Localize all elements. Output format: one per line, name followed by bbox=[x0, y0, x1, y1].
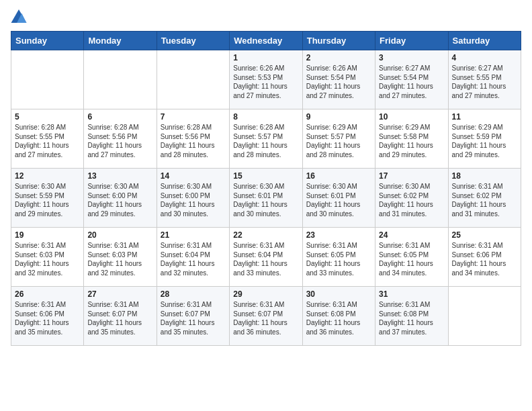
calendar-cell: 15Sunrise: 6:30 AM Sunset: 6:01 PM Dayli… bbox=[230, 169, 302, 228]
calendar-cell: 21Sunrise: 6:31 AM Sunset: 6:04 PM Dayli… bbox=[157, 228, 229, 287]
calendar-cell: 29Sunrise: 6:31 AM Sunset: 6:07 PM Dayli… bbox=[230, 287, 302, 346]
calendar-cell: 3Sunrise: 6:27 AM Sunset: 5:54 PM Daylig… bbox=[375, 50, 448, 109]
weekday-header-saturday: Saturday bbox=[448, 32, 521, 50]
day-number: 2 bbox=[306, 53, 371, 62]
day-number: 1 bbox=[233, 53, 298, 62]
calendar-cell: 16Sunrise: 6:30 AM Sunset: 6:01 PM Dayli… bbox=[302, 169, 375, 228]
day-info: Sunrise: 6:31 AM Sunset: 6:03 PM Dayligh… bbox=[15, 241, 80, 277]
day-info: Sunrise: 6:31 AM Sunset: 6:05 PM Dayligh… bbox=[379, 241, 444, 277]
day-info: Sunrise: 6:28 AM Sunset: 5:56 PM Dayligh… bbox=[87, 123, 152, 159]
weekday-header-thursday: Thursday bbox=[302, 32, 375, 50]
day-info: Sunrise: 6:28 AM Sunset: 5:55 PM Dayligh… bbox=[15, 123, 80, 159]
day-info: Sunrise: 6:31 AM Sunset: 6:07 PM Dayligh… bbox=[233, 300, 298, 336]
day-number: 7 bbox=[161, 112, 226, 122]
day-number: 24 bbox=[379, 230, 444, 240]
logo bbox=[11, 11, 30, 24]
calendar-cell: 2Sunrise: 6:26 AM Sunset: 5:54 PM Daylig… bbox=[302, 50, 375, 109]
day-number: 6 bbox=[87, 112, 152, 122]
calendar-cell: 1Sunrise: 6:26 AM Sunset: 5:53 PM Daylig… bbox=[230, 50, 302, 109]
day-number: 19 bbox=[15, 230, 80, 240]
day-number: 16 bbox=[306, 171, 371, 181]
calendar-header: SundayMondayTuesdayWednesdayThursdayFrid… bbox=[11, 32, 521, 50]
page-header bbox=[11, 11, 521, 24]
weekday-header-monday: Monday bbox=[84, 32, 157, 50]
calendar-cell: 20Sunrise: 6:31 AM Sunset: 6:03 PM Dayli… bbox=[84, 228, 157, 287]
day-number: 31 bbox=[379, 289, 444, 299]
day-info: Sunrise: 6:29 AM Sunset: 5:59 PM Dayligh… bbox=[452, 123, 517, 159]
calendar-cell: 11Sunrise: 6:29 AM Sunset: 5:59 PM Dayli… bbox=[448, 109, 521, 169]
day-info: Sunrise: 6:31 AM Sunset: 6:06 PM Dayligh… bbox=[15, 300, 80, 336]
calendar-cell bbox=[84, 50, 157, 109]
calendar-cell: 10Sunrise: 6:29 AM Sunset: 5:58 PM Dayli… bbox=[375, 109, 448, 169]
day-info: Sunrise: 6:30 AM Sunset: 6:00 PM Dayligh… bbox=[161, 182, 226, 218]
day-info: Sunrise: 6:30 AM Sunset: 6:01 PM Dayligh… bbox=[306, 182, 371, 218]
day-info: Sunrise: 6:31 AM Sunset: 6:04 PM Dayligh… bbox=[233, 241, 298, 277]
calendar-cell: 5Sunrise: 6:28 AM Sunset: 5:55 PM Daylig… bbox=[11, 109, 84, 169]
calendar-cell bbox=[157, 50, 229, 109]
day-info: Sunrise: 6:26 AM Sunset: 5:54 PM Dayligh… bbox=[306, 64, 371, 100]
day-info: Sunrise: 6:30 AM Sunset: 6:00 PM Dayligh… bbox=[87, 182, 152, 218]
calendar-cell: 22Sunrise: 6:31 AM Sunset: 6:04 PM Dayli… bbox=[230, 228, 302, 287]
day-number: 5 bbox=[15, 112, 80, 122]
calendar-cell: 27Sunrise: 6:31 AM Sunset: 6:07 PM Dayli… bbox=[84, 287, 157, 346]
day-info: Sunrise: 6:27 AM Sunset: 5:55 PM Dayligh… bbox=[452, 64, 517, 100]
day-number: 22 bbox=[233, 230, 298, 240]
calendar-cell: 25Sunrise: 6:31 AM Sunset: 6:06 PM Dayli… bbox=[448, 228, 521, 287]
calendar-cell: 12Sunrise: 6:30 AM Sunset: 5:59 PM Dayli… bbox=[11, 169, 84, 228]
calendar-cell: 17Sunrise: 6:30 AM Sunset: 6:02 PM Dayli… bbox=[375, 169, 448, 228]
day-info: Sunrise: 6:31 AM Sunset: 6:05 PM Dayligh… bbox=[306, 241, 371, 277]
day-number: 20 bbox=[87, 230, 152, 240]
day-info: Sunrise: 6:31 AM Sunset: 6:02 PM Dayligh… bbox=[452, 182, 517, 218]
day-number: 25 bbox=[452, 230, 517, 240]
day-number: 18 bbox=[452, 171, 517, 181]
day-number: 13 bbox=[87, 171, 152, 181]
day-number: 15 bbox=[233, 171, 298, 181]
weekday-header-friday: Friday bbox=[375, 32, 448, 50]
day-number: 11 bbox=[452, 112, 517, 122]
calendar-cell: 28Sunrise: 6:31 AM Sunset: 6:07 PM Dayli… bbox=[157, 287, 229, 346]
calendar-cell: 14Sunrise: 6:30 AM Sunset: 6:00 PM Dayli… bbox=[157, 169, 229, 228]
day-info: Sunrise: 6:29 AM Sunset: 5:58 PM Dayligh… bbox=[379, 123, 444, 159]
calendar-cell bbox=[11, 50, 84, 109]
weekday-header-sunday: Sunday bbox=[11, 32, 84, 50]
calendar-cell: 8Sunrise: 6:28 AM Sunset: 5:57 PM Daylig… bbox=[230, 109, 302, 169]
day-info: Sunrise: 6:29 AM Sunset: 5:57 PM Dayligh… bbox=[306, 123, 371, 159]
calendar-cell bbox=[448, 287, 521, 346]
day-info: Sunrise: 6:31 AM Sunset: 6:07 PM Dayligh… bbox=[161, 300, 226, 336]
day-number: 8 bbox=[233, 112, 298, 122]
day-number: 27 bbox=[87, 289, 152, 299]
calendar-cell: 24Sunrise: 6:31 AM Sunset: 6:05 PM Dayli… bbox=[375, 228, 448, 287]
day-info: Sunrise: 6:26 AM Sunset: 5:53 PM Dayligh… bbox=[233, 64, 298, 100]
day-info: Sunrise: 6:31 AM Sunset: 6:08 PM Dayligh… bbox=[306, 300, 371, 336]
day-info: Sunrise: 6:30 AM Sunset: 6:01 PM Dayligh… bbox=[233, 182, 298, 218]
calendar-cell: 4Sunrise: 6:27 AM Sunset: 5:55 PM Daylig… bbox=[448, 50, 521, 109]
day-number: 14 bbox=[161, 171, 226, 181]
calendar-cell: 19Sunrise: 6:31 AM Sunset: 6:03 PM Dayli… bbox=[11, 228, 84, 287]
day-number: 3 bbox=[379, 53, 444, 62]
day-number: 4 bbox=[452, 53, 517, 62]
day-info: Sunrise: 6:28 AM Sunset: 5:57 PM Dayligh… bbox=[233, 123, 298, 159]
day-number: 17 bbox=[379, 171, 444, 181]
weekday-header-wednesday: Wednesday bbox=[230, 32, 302, 50]
day-number: 26 bbox=[15, 289, 80, 299]
calendar-cell: 26Sunrise: 6:31 AM Sunset: 6:06 PM Dayli… bbox=[11, 287, 84, 346]
day-number: 23 bbox=[306, 230, 371, 240]
day-info: Sunrise: 6:31 AM Sunset: 6:06 PM Dayligh… bbox=[452, 241, 517, 277]
day-number: 9 bbox=[306, 112, 371, 122]
calendar-cell: 31Sunrise: 6:31 AM Sunset: 6:08 PM Dayli… bbox=[375, 287, 448, 346]
calendar-cell: 9Sunrise: 6:29 AM Sunset: 5:57 PM Daylig… bbox=[302, 109, 375, 169]
weekday-header-tuesday: Tuesday bbox=[157, 32, 229, 50]
day-info: Sunrise: 6:31 AM Sunset: 6:08 PM Dayligh… bbox=[379, 300, 444, 336]
calendar-cell: 18Sunrise: 6:31 AM Sunset: 6:02 PM Dayli… bbox=[448, 169, 521, 228]
day-number: 30 bbox=[306, 289, 371, 299]
day-number: 29 bbox=[233, 289, 298, 299]
day-info: Sunrise: 6:30 AM Sunset: 6:02 PM Dayligh… bbox=[379, 182, 444, 218]
day-info: Sunrise: 6:27 AM Sunset: 5:54 PM Dayligh… bbox=[379, 64, 444, 100]
calendar-cell: 30Sunrise: 6:31 AM Sunset: 6:08 PM Dayli… bbox=[302, 287, 375, 346]
day-info: Sunrise: 6:31 AM Sunset: 6:07 PM Dayligh… bbox=[87, 300, 152, 336]
day-info: Sunrise: 6:30 AM Sunset: 5:59 PM Dayligh… bbox=[15, 182, 80, 218]
day-number: 12 bbox=[15, 171, 80, 181]
day-info: Sunrise: 6:31 AM Sunset: 6:04 PM Dayligh… bbox=[161, 241, 226, 277]
calendar-cell: 13Sunrise: 6:30 AM Sunset: 6:00 PM Dayli… bbox=[84, 169, 157, 228]
calendar-cell: 23Sunrise: 6:31 AM Sunset: 6:05 PM Dayli… bbox=[302, 228, 375, 287]
